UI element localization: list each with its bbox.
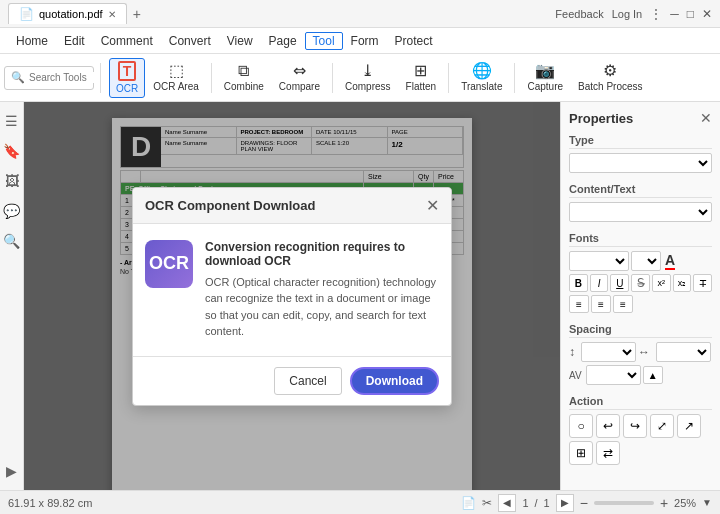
menu-form[interactable]: Form	[343, 32, 387, 50]
toolbar-sep-1	[100, 63, 101, 93]
combine-label: Combine	[224, 81, 264, 92]
underline-button[interactable]: U	[610, 274, 629, 292]
sidebar-icon-2[interactable]: 🔖	[0, 140, 23, 162]
clear-format-button[interactable]: T̶	[693, 274, 712, 292]
action-section-title: Action	[569, 395, 712, 410]
menu-edit[interactable]: Edit	[56, 32, 93, 50]
menu-home[interactable]: Home	[8, 32, 56, 50]
modal-header: OCR Component Download ✕	[133, 188, 451, 224]
feedback-link[interactable]: Feedback	[555, 8, 603, 20]
line-spacing-row: ↕ ↔	[569, 342, 712, 362]
sidebar-icon-5[interactable]: 🔍	[0, 230, 23, 252]
prev-page-btn[interactable]: ◀	[498, 494, 516, 512]
compress-button[interactable]: ⤓ Compress	[338, 58, 398, 98]
font-select[interactable]	[569, 251, 629, 271]
batch-process-button[interactable]: ⚙ Batch Process	[571, 58, 649, 98]
font-format-row: B I U S̶ x² x₂ T̶	[569, 274, 712, 292]
font-style-row: A	[569, 251, 712, 271]
sidebar-expand-icon[interactable]: ▶	[3, 460, 20, 482]
maximize-btn[interactable]: □	[687, 7, 694, 21]
superscript-button[interactable]: x²	[652, 274, 671, 292]
cancel-button[interactable]: Cancel	[274, 367, 341, 395]
zoom-slider[interactable]	[594, 501, 654, 505]
char-spacing-select[interactable]	[656, 342, 711, 362]
batch-process-label: Batch Process	[578, 81, 642, 92]
coords-display: 61.91 x 89.82 cm	[8, 497, 453, 509]
align-left-button[interactable]: ≡	[569, 295, 589, 313]
spacing-up-btn[interactable]: ▲	[643, 366, 663, 384]
action-btn-1[interactable]: ○	[569, 414, 593, 438]
sidebar-icon-1[interactable]: ☰	[2, 110, 21, 132]
translate-button[interactable]: 🌐 Translate	[454, 58, 509, 98]
search-icon: 🔍	[11, 71, 25, 84]
menu-icon[interactable]: ⋮	[650, 7, 662, 21]
modal-desc: OCR (Optical character recognition) tech…	[205, 274, 439, 340]
next-page-btn[interactable]: ▶	[556, 494, 574, 512]
capture-button[interactable]: 📷 Capture	[520, 58, 570, 98]
ocr-button[interactable]: T OCR	[109, 58, 145, 98]
action-btn-7[interactable]: ⇄	[596, 441, 620, 465]
bold-button[interactable]: B	[569, 274, 588, 292]
menu-tool[interactable]: Tool	[305, 32, 343, 50]
minimize-btn[interactable]: ─	[670, 7, 679, 21]
modal-close-button[interactable]: ✕	[426, 196, 439, 215]
action-btn-5[interactable]: ↗	[677, 414, 701, 438]
content-section-title: Content/Text	[569, 183, 712, 198]
tab-close[interactable]: ✕	[108, 9, 116, 20]
menu-comment[interactable]: Comment	[93, 32, 161, 50]
download-button[interactable]: Download	[350, 367, 439, 395]
zoom-out-btn[interactable]: −	[580, 495, 588, 511]
line-spacing-select[interactable]	[581, 342, 636, 362]
text-align-row: ≡ ≡ ≡	[569, 295, 712, 313]
ocr-download-modal: OCR Component Download ✕ OCR Conversion …	[132, 187, 452, 406]
ocr-icon: T	[118, 61, 137, 82]
zoom-dropdown-btn[interactable]: ▼	[702, 497, 712, 508]
close-btn[interactable]: ✕	[702, 7, 712, 21]
modal-body: OCR Conversion recognition requires to d…	[133, 224, 451, 356]
fonts-section: Fonts A B I U S̶ x² x₂ T̶ ≡ ≡ ≡	[569, 232, 712, 313]
properties-close-button[interactable]: ✕	[700, 110, 712, 126]
menu-protect[interactable]: Protect	[387, 32, 441, 50]
type-select[interactable]	[569, 153, 712, 173]
capture-label: Capture	[527, 81, 563, 92]
flatten-button[interactable]: ⊞ Flatten	[399, 58, 444, 98]
content-section: Content/Text	[569, 183, 712, 222]
new-tab-button[interactable]: +	[127, 4, 147, 24]
toolbar-sep-3	[332, 63, 333, 93]
page-sep: /	[535, 497, 538, 509]
modal-content: Conversion recognition requires to downl…	[205, 240, 439, 340]
tab-filename: quotation.pdf	[39, 8, 103, 20]
compare-button[interactable]: ⇔ Compare	[272, 58, 327, 98]
zoom-in-btn[interactable]: +	[660, 495, 668, 511]
batch-icon: ⚙	[603, 63, 617, 79]
subscript-button[interactable]: x₂	[673, 274, 692, 292]
action-btn-6[interactable]: ⊞	[569, 441, 593, 465]
action-btn-4[interactable]: ⤢	[650, 414, 674, 438]
action-btn-3[interactable]: ↪	[623, 414, 647, 438]
left-sidebar: ☰ 🔖 🖼 💬 🔍 ▶	[0, 102, 24, 490]
content-select[interactable]	[569, 202, 712, 222]
search-tools-input[interactable]	[29, 72, 97, 83]
sidebar-icon-4[interactable]: 💬	[0, 200, 23, 222]
page-current: 1	[522, 497, 528, 509]
ocr-area-button[interactable]: ⬚ OCR Area	[146, 58, 206, 98]
italic-button[interactable]: I	[590, 274, 609, 292]
action-btn-2[interactable]: ↩	[596, 414, 620, 438]
align-center-button[interactable]: ≡	[591, 295, 611, 313]
login-link[interactable]: Log In	[612, 8, 643, 20]
search-tools-box[interactable]: 🔍	[4, 66, 94, 90]
spacing-section: Spacing ↕ ↔ AV ▲	[569, 323, 712, 385]
strikethrough-button[interactable]: S̶	[631, 274, 650, 292]
combine-button[interactable]: ⧉ Combine	[217, 58, 271, 98]
tab-document[interactable]: 📄 quotation.pdf ✕	[8, 3, 127, 24]
translate-label: Translate	[461, 81, 502, 92]
flatten-icon: ⊞	[414, 63, 427, 79]
font-size-select[interactable]	[631, 251, 661, 271]
sidebar-icon-3[interactable]: 🖼	[2, 170, 22, 192]
menu-view[interactable]: View	[219, 32, 261, 50]
menu-page[interactable]: Page	[261, 32, 305, 50]
capture-icon: 📷	[535, 63, 555, 79]
menu-convert[interactable]: Convert	[161, 32, 219, 50]
av-select[interactable]	[586, 365, 641, 385]
align-right-button[interactable]: ≡	[613, 295, 633, 313]
